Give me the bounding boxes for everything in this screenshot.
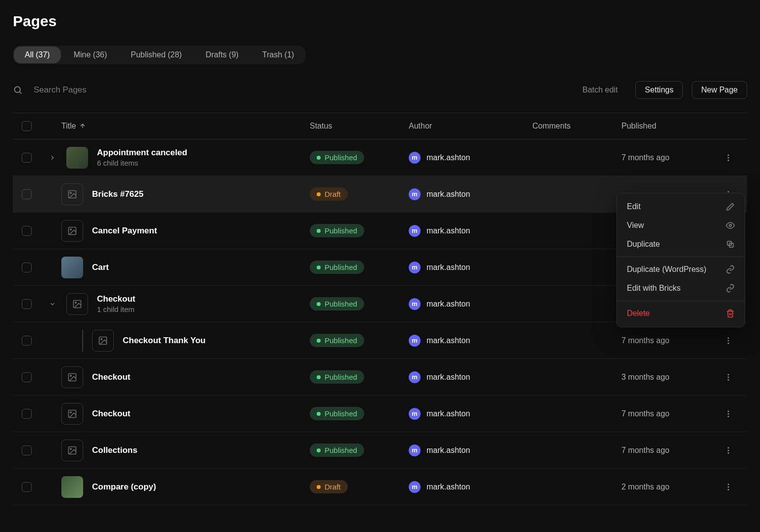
menu-separator [617, 257, 745, 257]
col-title[interactable]: Title [43, 122, 310, 131]
avatar: m [409, 298, 421, 310]
col-published[interactable]: Published [621, 122, 720, 131]
author-cell: mmark.ashton [409, 481, 532, 493]
svg-point-28 [728, 342, 729, 344]
svg-point-41 [728, 447, 729, 448]
col-author[interactable]: Author [409, 122, 532, 131]
svg-point-27 [728, 340, 729, 341]
author-cell: mmark.ashton [409, 298, 532, 310]
menu-edit-label: Edit [627, 202, 641, 211]
row-checkbox[interactable] [22, 482, 32, 492]
author-name: mark.ashton [427, 446, 470, 455]
row-more-button[interactable] [720, 406, 736, 422]
row-checkbox[interactable] [22, 445, 32, 455]
table-row[interactable]: CheckoutPublishedmmark.ashton7 months ag… [13, 396, 747, 432]
published-cell: 7 months ago [621, 336, 720, 345]
svg-point-26 [728, 337, 729, 339]
row-checkbox[interactable] [22, 372, 32, 382]
row-checkbox[interactable] [22, 153, 32, 163]
copy-icon [726, 240, 735, 249]
title-cell: Checkout1 child item [43, 293, 310, 315]
svg-point-0 [14, 87, 20, 92]
image-placeholder-icon [61, 440, 83, 461]
status-badge: Published [310, 334, 364, 347]
author-name: mark.ashton [427, 336, 470, 345]
settings-button[interactable]: Settings [635, 81, 683, 99]
row-title: Checkout [97, 294, 135, 304]
table-row[interactable]: Checkout Thank YouPublishedmmark.ashton7… [13, 322, 747, 359]
image-placeholder-icon [61, 220, 83, 242]
menu-duplicate[interactable]: Duplicate [617, 235, 745, 254]
status-badge: Published [310, 261, 364, 274]
menu-edit[interactable]: Edit [617, 197, 745, 216]
status-label: Published [325, 373, 357, 381]
author-name: mark.ashton [427, 373, 470, 382]
page-title: Pages [13, 13, 747, 30]
avatar: m [409, 335, 421, 347]
row-title: Appointment canceled [97, 148, 187, 158]
tab-mine[interactable]: Mine (36) [63, 46, 118, 63]
trash-icon [726, 309, 735, 318]
svg-point-42 [728, 449, 729, 451]
expand-toggle[interactable] [48, 299, 57, 309]
row-checkbox[interactable] [22, 409, 32, 419]
table-row[interactable]: Appointment canceled6 child itemsPublish… [13, 139, 747, 176]
image-placeholder-icon [92, 330, 114, 352]
menu-separator [617, 301, 745, 301]
search-icon [13, 85, 23, 95]
menu-duplicate-wp[interactable]: Duplicate (WordPress) [617, 260, 745, 279]
filter-tabs: All (37) Mine (36) Published (28) Drafts… [13, 45, 306, 64]
menu-edit-bricks[interactable]: Edit with Bricks [617, 279, 745, 298]
author-cell: mmark.ashton [409, 335, 532, 347]
row-more-button[interactable] [720, 443, 736, 458]
author-cell: mmark.ashton [409, 152, 532, 164]
menu-view[interactable]: View [617, 216, 745, 235]
row-checkbox[interactable] [22, 299, 32, 309]
new-page-button[interactable]: New Page [692, 81, 747, 99]
published-cell: 2 months ago [621, 483, 720, 491]
title-cell: Checkout [43, 366, 310, 388]
row-more-button[interactable] [720, 333, 736, 349]
table-row[interactable]: CollectionsPublishedmmark.ashton7 months… [13, 432, 747, 469]
row-more-button[interactable] [720, 369, 736, 385]
tab-drafts[interactable]: Drafts (9) [194, 46, 249, 63]
row-checkbox[interactable] [22, 263, 32, 272]
toolbar: Batch edit Settings New Page [13, 81, 747, 99]
row-more-button[interactable] [720, 150, 736, 166]
tree-line [82, 330, 83, 352]
status-badge: Draft [310, 480, 348, 493]
tab-published[interactable]: Published (28) [120, 46, 192, 63]
row-checkbox[interactable] [22, 226, 32, 236]
col-status[interactable]: Status [310, 122, 409, 131]
table-row[interactable]: Compare (copy)Draftmmark.ashton2 months … [13, 469, 747, 505]
select-all-checkbox[interactable] [22, 121, 32, 131]
svg-point-8 [728, 191, 729, 192]
status-badge: Published [310, 151, 364, 164]
tab-trash[interactable]: Trash (1) [251, 46, 305, 63]
title-cell: Collections [43, 440, 310, 461]
row-checkbox[interactable] [22, 336, 32, 346]
search-input[interactable] [34, 85, 565, 95]
status-dot-icon [317, 192, 321, 196]
status-dot-icon [317, 412, 321, 416]
status-dot-icon [317, 448, 321, 452]
table-row[interactable]: CheckoutPublishedmmark.ashton3 months ag… [13, 359, 747, 396]
row-more-button[interactable] [720, 479, 736, 495]
batch-edit-button[interactable]: Batch edit [573, 82, 626, 98]
tab-all[interactable]: All (37) [14, 46, 61, 63]
status-label: Draft [325, 190, 341, 198]
image-placeholder-icon [61, 403, 83, 425]
col-comments[interactable]: Comments [532, 122, 621, 131]
title-cell: Compare (copy) [43, 476, 310, 498]
row-checkbox[interactable] [22, 189, 32, 199]
status-label: Published [325, 336, 357, 345]
row-subtitle: 1 child item [97, 305, 135, 313]
svg-point-35 [70, 411, 72, 413]
menu-delete[interactable]: Delete [617, 304, 745, 323]
status-dot-icon [317, 229, 321, 233]
svg-point-36 [728, 410, 729, 412]
expand-toggle[interactable] [48, 153, 57, 163]
eye-icon [726, 221, 735, 230]
row-title: Compare (copy) [92, 482, 156, 492]
author-cell: mmark.ashton [409, 188, 532, 200]
